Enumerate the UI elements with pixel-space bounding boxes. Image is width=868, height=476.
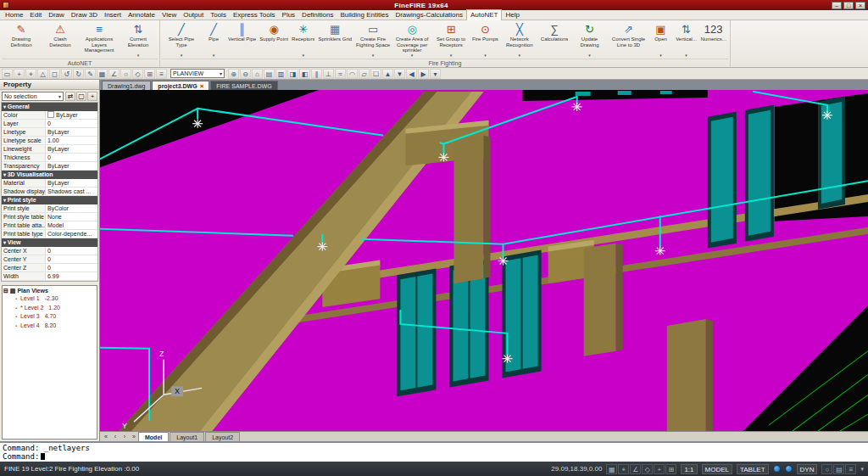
toolbar-icon[interactable]: ▶ <box>418 69 429 79</box>
toolbar-icon[interactable]: ↻ <box>73 69 84 79</box>
tab-layout1[interactable]: Layout1 <box>170 432 204 441</box>
property-value[interactable]: Color-depende... <box>46 230 97 238</box>
select-objects-icon[interactable]: ▢ <box>76 92 86 101</box>
view-select[interactable]: PLANVIEW ▾ <box>170 69 225 78</box>
menu-item[interactable]: Annotate <box>125 10 159 20</box>
tree-item-level[interactable]: Level 3 4.70 <box>3 312 96 322</box>
toolbar-icon[interactable]: ≡ <box>156 69 167 79</box>
toolbar-icon[interactable]: ▾ <box>430 69 441 79</box>
toolbar-icon[interactable]: ▦ <box>97 69 108 79</box>
ribbon-button[interactable]: ✳ Receptors ▾ <box>290 21 316 59</box>
toolbar-icon[interactable]: ☐ <box>370 69 381 79</box>
toolbar-icon[interactable]: ⊞ <box>144 69 155 79</box>
property-value[interactable]: ByLayer <box>46 145 97 153</box>
toolbar-icon[interactable]: △ <box>37 69 48 79</box>
tablet-button[interactable]: TABLET <box>737 464 769 474</box>
ribbon-button[interactable]: ⊞ Set Group to Receptors ▾ <box>431 21 470 59</box>
close-icon[interactable]: × <box>200 82 204 90</box>
toolbar-icon[interactable]: ✎ <box>85 69 96 79</box>
menu-item[interactable]: View <box>159 10 180 20</box>
menu-item[interactable]: Plus <box>279 10 299 20</box>
toolbar-icon[interactable]: ▼ <box>394 69 405 79</box>
ribbon-button[interactable]: ⚠ Clash Detection <box>41 21 80 59</box>
tab-layout2[interactable]: Layout2 <box>205 432 240 441</box>
tree-item-level[interactable]: Level 4 8.20 <box>3 322 96 331</box>
property-value[interactable]: 6.99 <box>46 272 97 280</box>
section-header[interactable]: Print style <box>2 196 97 204</box>
tree-root[interactable]: ⊟ ▤ Plan Views <box>3 288 96 294</box>
sprinkler-symbol[interactable] <box>438 153 448 161</box>
tab-model[interactable]: Model <box>138 432 169 441</box>
toolbar-icon[interactable]: ⌂ <box>252 69 263 79</box>
ribbon-button[interactable]: ╱ Pipe ▾ <box>201 21 226 59</box>
menu-item[interactable]: AutoNET <box>466 9 502 20</box>
ribbon-button[interactable]: ∑ Calculations <box>539 21 570 59</box>
toolbar-icon[interactable]: ◀ <box>406 69 417 79</box>
close-button[interactable]: × <box>855 2 865 9</box>
status-toggle-icon[interactable]: ▤ <box>833 464 844 474</box>
dynamic-input-button[interactable]: DYN <box>797 464 818 474</box>
property-value[interactable]: ByLayer <box>46 179 97 187</box>
menu-item[interactable]: Definitions <box>298 10 337 20</box>
status-toggle-icon[interactable]: ⊞ <box>665 464 676 474</box>
property-value[interactable]: 0 <box>46 247 97 255</box>
status-toggle-icon[interactable]: ∠ <box>630 464 641 474</box>
toggle-pickadd-icon[interactable]: ⇄ <box>65 92 75 101</box>
viewport-canvas[interactable]: X Z Y <box>100 90 868 431</box>
command-line[interactable]: Command: _netlayers Command: <box>0 441 868 462</box>
ribbon-button[interactable]: ▣ Open ▾ <box>648 21 673 59</box>
property-value[interactable]: None <box>46 213 97 221</box>
ribbon-button[interactable]: ↻ Update Drawing ▾ <box>570 21 609 59</box>
ribbon-button[interactable]: ◎ Create Area of Coverage per sprinkler … <box>392 21 431 59</box>
toolbar-icon[interactable]: ○ <box>120 69 131 79</box>
menu-item[interactable]: Edit <box>26 10 45 20</box>
ribbon-button[interactable]: ⇅ Vertical... ▾ <box>673 21 698 59</box>
ribbon-button[interactable]: ⊙ Fire Pumps ▾ <box>470 21 500 59</box>
chevron-down-icon[interactable]: ▾ <box>860 466 864 473</box>
status-indicator[interactable] <box>773 465 781 473</box>
sprinkler-symbol[interactable] <box>317 243 327 251</box>
menu-item[interactable]: Draw <box>45 10 68 20</box>
property-value[interactable]: ByLayer <box>46 128 97 136</box>
collapse-icon[interactable]: ⊟ <box>3 288 8 294</box>
sprinkler-symbol[interactable] <box>192 120 203 128</box>
layout-nav-icon[interactable]: › <box>120 434 129 440</box>
property-value[interactable]: Shadows cast ... <box>46 188 97 195</box>
status-toggle-icon[interactable]: ⌖ <box>618 464 629 474</box>
property-value[interactable]: ByLayer <box>46 111 97 119</box>
sprinkler-symbol[interactable] <box>572 103 582 111</box>
command-prompt-line[interactable]: Command: <box>3 452 865 461</box>
section-header[interactable]: 3D Visualisation <box>2 171 97 179</box>
property-value[interactable]: ByLayer <box>46 162 97 170</box>
toolbar-icon[interactable]: ◻ <box>49 69 60 79</box>
selection-combo[interactable]: No selection ▾ <box>2 92 64 101</box>
property-value[interactable]: 0 <box>46 264 97 272</box>
property-value[interactable]: 1.00 <box>46 137 97 144</box>
menu-item[interactable]: Help <box>502 10 522 20</box>
menu-item[interactable]: Insert <box>101 10 125 20</box>
model-space-button[interactable]: MODEL <box>702 464 732 474</box>
model-viewport[interactable]: X Z Y <box>100 90 868 431</box>
menu-item[interactable]: Tools <box>207 10 230 20</box>
toolbar-icon[interactable]: ▭ <box>2 69 13 79</box>
section-header[interactable]: General <box>2 103 97 111</box>
ribbon-button[interactable]: ✎ Drawing Definition <box>2 21 41 59</box>
ribbon-button[interactable]: ║ Vertical Pipe <box>226 21 258 59</box>
tree-item-level[interactable]: * Level 2 1.20 <box>3 304 96 313</box>
annotation-scale[interactable]: 1:1 <box>681 464 697 474</box>
menu-item[interactable]: Express Tools <box>230 10 279 20</box>
toolbar-icon[interactable]: + <box>14 69 25 79</box>
toolbar-icon[interactable]: ▲ <box>382 69 393 79</box>
ribbon-button[interactable]: ╳ Network Recognition ▾ <box>500 21 539 59</box>
quick-select-icon[interactable]: + <box>87 92 97 101</box>
ribbon-button[interactable]: ⇗ Convert Single Line to 3D <box>609 21 648 59</box>
document-tab[interactable]: Drawing1.dwg <box>102 81 151 90</box>
toolbar-icon[interactable]: ▤ <box>264 69 275 79</box>
sprinkler-symbol[interactable] <box>503 355 513 363</box>
property-value[interactable]: ByColor <box>46 204 97 212</box>
status-indicator[interactable] <box>785 465 793 473</box>
layout-nav-icon[interactable]: ‹ <box>111 434 120 440</box>
tree-item-level[interactable]: Level 1 -2.30 <box>3 294 96 304</box>
status-toggle-icon[interactable]: ≡ <box>845 464 856 474</box>
toolbar-icon[interactable]: ▥ <box>275 69 287 79</box>
